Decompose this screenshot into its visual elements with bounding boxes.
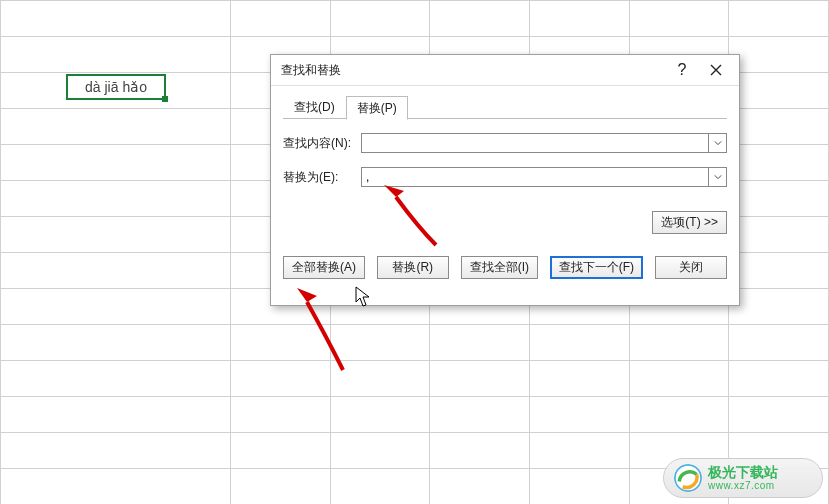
watermark-url: www.xz7.com bbox=[708, 480, 778, 491]
chevron-down-icon[interactable] bbox=[708, 134, 726, 152]
replace-all-button[interactable]: 全部替换(A) bbox=[283, 256, 365, 279]
active-cell[interactable]: dà jiā hǎo bbox=[66, 74, 166, 100]
find-what-combo[interactable] bbox=[361, 133, 727, 153]
fill-handle[interactable] bbox=[162, 96, 168, 102]
close-icon[interactable] bbox=[699, 57, 733, 83]
find-next-button[interactable]: 查找下一个(F) bbox=[550, 256, 643, 279]
close-button[interactable]: 关闭 bbox=[655, 256, 727, 279]
find-all-button[interactable]: 查找全部(I) bbox=[461, 256, 538, 279]
find-replace-dialog: 查找和替换 ? 查找(D) 替换(P) 查找内容(N): 替换为(E): bbox=[270, 54, 740, 306]
chevron-down-icon[interactable] bbox=[708, 168, 726, 186]
replace-with-combo[interactable] bbox=[361, 167, 727, 187]
tab-replace[interactable]: 替换(P) bbox=[346, 96, 408, 120]
replace-button[interactable]: 替换(R) bbox=[377, 256, 449, 279]
options-button[interactable]: 选项(T) >> bbox=[652, 211, 727, 234]
watermark-badge: 极光下载站 www.xz7.com bbox=[663, 458, 823, 498]
replace-with-input[interactable] bbox=[362, 168, 708, 186]
watermark-name: 极光下载站 bbox=[708, 465, 778, 480]
cell-value: dà jiā hǎo bbox=[85, 79, 147, 95]
find-what-input[interactable] bbox=[362, 134, 708, 152]
help-button[interactable]: ? bbox=[665, 57, 699, 83]
replace-with-label: 替换为(E): bbox=[283, 169, 361, 186]
tab-find[interactable]: 查找(D) bbox=[283, 95, 346, 119]
find-what-label: 查找内容(N): bbox=[283, 135, 361, 152]
tab-strip: 查找(D) 替换(P) bbox=[283, 94, 727, 119]
dialog-title: 查找和替换 bbox=[281, 62, 341, 79]
watermark-logo-icon bbox=[674, 464, 702, 492]
dialog-titlebar[interactable]: 查找和替换 ? bbox=[271, 55, 739, 85]
